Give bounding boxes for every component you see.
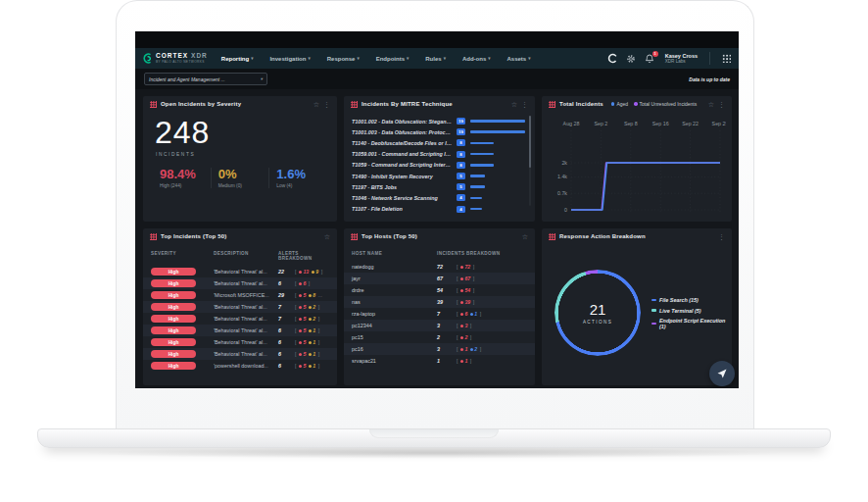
favorite-star-icon[interactable]: ☆ [313, 101, 319, 108]
app-switcher-grid-icon[interactable] [722, 54, 731, 63]
widget-icon [150, 233, 157, 240]
dashboard-selector[interactable]: Incident and Agent Management ... ▾ [144, 73, 267, 85]
legend-item: Total Unresolved Incidents [634, 101, 697, 107]
table-row[interactable]: High 'Behavioral Threat' al... 7 [ [143, 301, 337, 313]
legend-dot [611, 102, 615, 106]
mitre-row[interactable]: T1001.002 - Data Obfuscation: Stegano...… [344, 116, 535, 126]
severity-badge: High [151, 315, 196, 323]
table-row[interactable]: High 'Behavioral Threat' al... 6 [ [143, 336, 337, 348]
table-row[interactable]: High 'Behavioral Threat' al... 6 [ [143, 348, 337, 360]
kebab-menu-icon[interactable]: ⋮ [521, 101, 528, 108]
count-badge: 8 [457, 151, 465, 158]
mitre-row[interactable]: T1059.001 - Command and Scripting Int...… [344, 149, 535, 160]
table-row[interactable]: nas 39 [ 39 [344, 296, 535, 308]
mitre-row[interactable]: T1001.003 - Data Obfuscation: Protocol .… [344, 126, 535, 137]
panel-open-incidents: Open Incidents by Severity ☆ ⋮ 248 INCID… [143, 96, 337, 222]
table-row[interactable]: High 'Behavioral Threat' al... 6 [ [143, 277, 337, 289]
mitre-row[interactable]: T1046 - Network Service Scanning 4 [344, 192, 535, 203]
sub-header: Incident and Agent Management ... ▾ Data… [135, 69, 739, 89]
table-row[interactable]: pc16 3 [ 1 [344, 343, 535, 355]
panel-top-incidents: Top Incidents (Top 50) ☆ ⋮ Severity Desc… [143, 228, 337, 385]
table-row[interactable]: pc12344 3 [ 3 [344, 320, 535, 331]
table-row[interactable]: High 'Microsoft MSOFFICE... 29 [ [143, 289, 337, 301]
table-row[interactable]: High 'Behavioral Threat' al... 7 [ [143, 313, 337, 325]
table-row[interactable]: drdre 54 [ 54 [344, 284, 535, 296]
mitre-row[interactable]: T1107 - File Deletion 4 [344, 204, 535, 215]
mitre-row[interactable]: T1490 - Inhibit System Recovery 5 [344, 171, 535, 181]
severity-dot [299, 318, 302, 321]
favorite-star-icon[interactable]: ☆ [708, 101, 714, 108]
severity-dot [299, 271, 302, 274]
legend-marker [651, 309, 656, 312]
nav-item[interactable]: Add-ons ▾ [462, 56, 491, 62]
mitre-row[interactable]: T1140 - Deobfuscate/Decode Files or Inf.… [344, 137, 535, 148]
mitre-row[interactable]: T1197 - BITS Jobs 5 [344, 181, 535, 192]
send-feedback-button[interactable] [709, 361, 735, 386]
nav-item[interactable]: Endpoints ▾ [376, 56, 410, 62]
svg-text:0: 0 [564, 207, 567, 213]
svg-text:Sep 16: Sep 16 [652, 121, 669, 126]
top-hosts-rows: natedogg 72 [ 72 [344, 261, 535, 367]
table-row[interactable]: srvapac21 1 [ 1 [344, 355, 535, 367]
user-menu[interactable]: Kasey Cross XDR Labs [665, 53, 698, 65]
user-org: XDR Labs [665, 59, 698, 64]
nav-item[interactable]: Investigation ▾ [269, 56, 310, 62]
favorite-star-icon[interactable]: ☆ [324, 233, 330, 240]
favorite-star-icon[interactable]: ☆ [511, 101, 517, 108]
settings-gear-icon[interactable] [626, 53, 637, 64]
table-row[interactable]: High 'Behavioral Threat' al... 6 [ [143, 325, 337, 336]
chevron-down-icon: ▾ [528, 56, 530, 61]
mitre-bar-fill [470, 120, 525, 123]
count-badge: 5 [457, 173, 465, 179]
nav-item[interactable]: Rules ▾ [425, 56, 446, 62]
kebab-menu-icon[interactable]: ⋮ [718, 233, 725, 240]
panel-title: Top Hosts (Top 50) [362, 233, 417, 239]
table-row[interactable]: High 'Behavioral Threat' al... 22 [ [143, 266, 337, 277]
table-row[interactable]: High 'powershell download... 6 [ [143, 360, 337, 372]
help-icon[interactable] [607, 53, 618, 64]
widget-icon [351, 101, 358, 108]
data-freshness-status: Data is up to date [689, 76, 730, 82]
count-badge: 4 [457, 206, 465, 213]
severity-dot [299, 341, 302, 344]
severity-badge: High [151, 326, 196, 334]
nav-item[interactable]: Assets ▾ [506, 56, 530, 62]
incident-count-label: INCIDENTS [143, 152, 337, 157]
table-row[interactable]: pc15 2 [ 2 [344, 331, 535, 343]
svg-text:Sep 29: Sep 29 [712, 121, 726, 126]
severity-dot [309, 341, 312, 344]
kebab-menu-icon[interactable]: ⋮ [323, 101, 330, 108]
severity-badge: High [151, 303, 196, 311]
table-row[interactable]: jayr 67 [ 67 [344, 273, 535, 284]
scrollbar[interactable] [529, 116, 531, 206]
cortex-logo-icon [143, 53, 153, 64]
severity-dot [309, 306, 312, 309]
chevron-down-icon: ▾ [261, 76, 263, 81]
table-row[interactable]: rza-laptop 7 [ 6 [344, 308, 535, 320]
severity-dot [460, 313, 463, 316]
laptop-base [37, 428, 831, 448]
table-header: Host Name Incidents Breakdown [344, 244, 535, 261]
mitre-bar-fill [470, 175, 485, 177]
severity-dot [460, 289, 463, 292]
count-badge: 19 [457, 118, 465, 125]
kebab-menu-icon[interactable]: ⋮ [718, 101, 725, 108]
severity-badge: High [151, 268, 196, 276]
panel-title: Response Action Breakdown [559, 233, 646, 239]
favorite-star-icon[interactable]: ☆ [522, 233, 528, 240]
incident-count: 248 [143, 117, 337, 148]
svg-text:2k: 2k [561, 160, 567, 166]
nav-item[interactable]: Response ▾ [327, 56, 360, 62]
nav-item[interactable]: Reporting ▾ [221, 56, 254, 62]
mitre-bar-fill [470, 142, 494, 145]
table-row[interactable]: natedogg 72 [ 72 [344, 261, 535, 273]
count-badge: 19 [457, 128, 465, 135]
notifications-bell-icon[interactable]: 1 [645, 53, 655, 64]
severity-dot [309, 318, 312, 321]
svg-text:0.7k: 0.7k [557, 190, 567, 196]
severity-dot [460, 360, 463, 363]
laptop-shadow [78, 447, 790, 459]
mitre-row[interactable]: T1059 - Command and Scripting Interpr...… [344, 160, 535, 171]
laptop-mockup-scene: CORTEXXDR BY PALO ALTO NETWORKS Reportin… [0, 0, 868, 502]
logo-subtitle: BY PALO ALTO NETWORKS [156, 60, 208, 64]
